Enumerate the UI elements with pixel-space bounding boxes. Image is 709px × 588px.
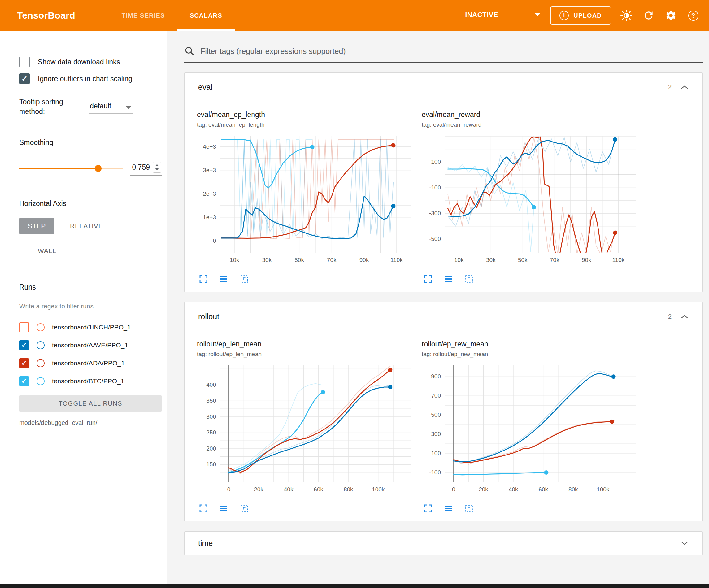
smoothing-slider[interactable] [19,165,123,172]
run-checkbox-icon[interactable] [19,340,29,350]
section-count: 2 [668,84,672,91]
fullscreen-icon[interactable] [199,504,208,513]
filter-tags-bar [184,46,703,62]
svg-text:250: 250 [206,429,216,436]
svg-text:90k: 90k [582,257,592,263]
section-count: 2 [668,313,672,320]
scalars-dashboard: eval 2 eval/mean_ep_length tag: eval/mea… [167,31,709,584]
header-actions: INACTIVE i UPLOAD [463,6,700,25]
refresh-button[interactable] [641,8,656,23]
run-color-circle-icon[interactable] [36,323,45,331]
section-time-header[interactable]: time [185,532,703,555]
brightness-icon [620,9,632,22]
chevron-down-icon[interactable] [680,541,689,545]
chart-toolbar [197,274,414,284]
section-eval-header[interactable]: eval 2 [185,73,703,102]
svg-text:0: 0 [213,237,216,244]
chart-plot[interactable]: 10k30k50k70k90k110k01e+32e+33e+34e+3 [197,131,414,274]
run-color-circle-icon[interactable] [36,377,45,385]
fullscreen-icon[interactable] [423,504,433,513]
svg-text:100k: 100k [597,486,610,493]
svg-text:3e+3: 3e+3 [203,167,216,173]
chart-tag: tag: rollout/ep_len_mean [197,351,414,358]
svg-text:60k: 60k [314,486,323,493]
data-table-icon[interactable] [444,274,453,284]
run-checkbox-icon[interactable] [19,376,29,386]
chevron-up-icon[interactable] [680,314,689,319]
run-row[interactable]: tensorboard/1INCH/PPO_1 [19,318,162,336]
settings-button[interactable] [664,8,678,23]
svg-text:50k: 50k [518,257,528,263]
fit-data-icon[interactable] [465,504,474,513]
settings-sidebar: Show data download links Ignore outliers… [0,31,167,584]
horizontal-axis-label: Horizontal Axis [19,199,162,208]
run-row[interactable]: tensorboard/AAVE/PPO_1 [19,336,162,354]
tooltip-sorting-value: default [90,102,111,110]
runs-label: Runs [19,283,162,291]
chart-toolbar [422,274,638,284]
stepper-icon[interactable] [153,162,161,173]
slider-thumb[interactable] [95,165,102,172]
svg-text:80k: 80k [569,486,578,493]
tooltip-sorting-dropdown[interactable]: default [89,100,133,113]
data-table-icon[interactable] [219,274,229,284]
axis-step-button[interactable]: STEP [19,218,54,234]
section-time: time [184,531,703,555]
svg-text:1e+3: 1e+3 [203,214,216,221]
run-checkbox-icon[interactable] [19,358,29,368]
fit-data-icon[interactable] [465,274,474,284]
upload-button[interactable]: i UPLOAD [550,6,611,25]
tab-scalars[interactable]: SCALARS [177,0,235,31]
fit-data-icon[interactable] [240,274,249,284]
window-edge [0,584,709,588]
svg-text:110k: 110k [390,257,403,263]
data-table-icon[interactable] [444,504,453,513]
fit-data-icon[interactable] [240,504,249,513]
runs-list: tensorboard/1INCH/PPO_1tensorboard/AAVE/… [19,318,162,390]
main-tabs: TIME SERIES SCALARS [109,0,235,31]
runs-filter-input[interactable] [19,300,162,313]
app-title: TensorBoard [17,10,75,21]
smoothing-value-input[interactable]: 0.759 [130,161,162,176]
chart-plot[interactable]: 10k30k50k70k90k110k100-100-300-500 [422,131,638,274]
chart-plot[interactable]: 020k40k60k80k100k150200250300350400 [197,361,414,503]
run-label: tensorboard/ADA/PPO_1 [52,359,125,367]
data-table-icon[interactable] [219,504,229,513]
svg-text:0: 0 [227,486,231,493]
help-button[interactable]: ? [686,8,700,23]
tab-time-series[interactable]: TIME SERIES [109,0,177,31]
svg-text:100: 100 [431,158,441,165]
run-color-circle-icon[interactable] [36,359,45,367]
fullscreen-icon[interactable] [423,274,433,284]
svg-text:10k: 10k [454,257,464,263]
chart-title: eval/mean_ep_length [197,110,414,119]
step-up-icon[interactable] [155,164,159,166]
status-dropdown[interactable]: INACTIVE [463,8,542,23]
upload-label: UPLOAD [573,12,602,19]
scalar-chart-card: rollout/ep_rew_mean tag: rollout/ep_rew_… [422,340,638,513]
run-color-circle-icon[interactable] [36,341,45,349]
toggle-all-runs-button[interactable]: TOGGLE ALL RUNS [19,395,162,412]
chart-plot[interactable]: 020k40k60k80k100k-100100300500700900 [422,361,638,503]
step-down-icon[interactable] [155,168,159,170]
filter-tags-input[interactable] [200,47,703,56]
fullscreen-icon[interactable] [199,274,208,284]
chevron-up-icon[interactable] [680,85,689,90]
tooltip-sorting-label: Tooltip sorting method: [19,97,81,117]
axis-wall-button[interactable]: WALL [29,242,65,259]
refresh-icon [643,9,655,21]
chart-title: eval/mean_reward [422,110,638,119]
brightness-toggle-button[interactable] [619,8,633,23]
svg-text:-300: -300 [429,210,441,216]
svg-text:20k: 20k [254,486,263,493]
run-row[interactable]: tensorboard/ADA/PPO_1 [19,354,162,372]
run-row[interactable]: tensorboard/BTC/PPO_1 [19,372,162,390]
ignore-outliers-checkbox[interactable]: Ignore outliers in chart scaling [19,72,162,85]
run-checkbox-icon[interactable] [19,322,29,332]
show-download-links-checkbox[interactable]: Show data download links [19,55,162,69]
section-rollout-header[interactable]: rollout 2 [185,302,703,331]
svg-text:350: 350 [206,397,216,404]
axis-relative-button[interactable]: RELATIVE [61,218,111,234]
section-title: eval [198,83,212,92]
svg-text:50k: 50k [294,257,304,263]
